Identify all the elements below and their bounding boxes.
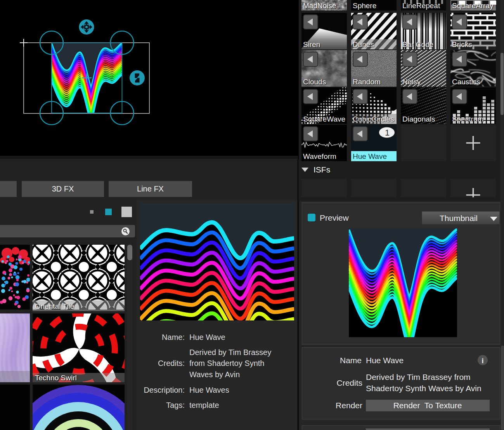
svg-text:1: 1 (385, 128, 390, 138)
svg-text:Render To Texture: Render To Texture (393, 401, 462, 410)
svg-text:Techno Swirl: Techno Swirl (35, 374, 77, 382)
svg-text:LineRepeat: LineRepeat (402, 2, 440, 10)
svg-text:SquareArray: SquareArray (452, 2, 494, 10)
svg-text:ISFs: ISFs (313, 165, 330, 174)
svg-text:Bricks: Bricks (452, 40, 472, 49)
svg-text:Credits: Credits (336, 378, 362, 387)
svg-text:Render: Render (336, 401, 362, 410)
svg-text:Caustics: Caustics (452, 78, 480, 86)
svg-text:Dunes: Dunes (353, 40, 374, 49)
svg-text:SquareWave: SquareWave (303, 115, 345, 123)
svg-text:Clouds: Clouds (303, 78, 326, 86)
svg-text:Shadertoy Synth Waves by Avin: Shadertoy Synth Waves by Avin (366, 384, 481, 393)
svg-text:Diagonals: Diagonals (402, 115, 435, 123)
svg-text:Bar Code: Bar Code (402, 40, 433, 49)
svg-text:Derived by Tim Brassey from: Derived by Tim Brassey from (366, 373, 471, 381)
svg-text:Name: Name (340, 356, 362, 365)
svg-text:MadNoise: MadNoise (303, 2, 336, 10)
svg-text:i: i (481, 357, 483, 365)
svg-text:Noisy: Noisy (402, 78, 421, 86)
svg-text:Hue Wave: Hue Wave (366, 356, 404, 365)
svg-text:Waveform: Waveform (303, 152, 336, 160)
svg-text:Random: Random (353, 78, 381, 86)
svg-text:Spectrum: Spectrum (452, 115, 483, 123)
svg-text:Thumbnail: Thumbnail (440, 214, 478, 223)
svg-text:Siren: Siren (303, 40, 320, 49)
svg-text:CubicCircles: CubicCircles (353, 115, 394, 123)
svg-text:Oriental Tile: Oriental Tile (35, 302, 74, 310)
svg-text:Preview: Preview (320, 213, 349, 222)
svg-text:Sphere: Sphere (353, 2, 376, 10)
svg-text:Hue Wave: Hue Wave (353, 152, 387, 160)
